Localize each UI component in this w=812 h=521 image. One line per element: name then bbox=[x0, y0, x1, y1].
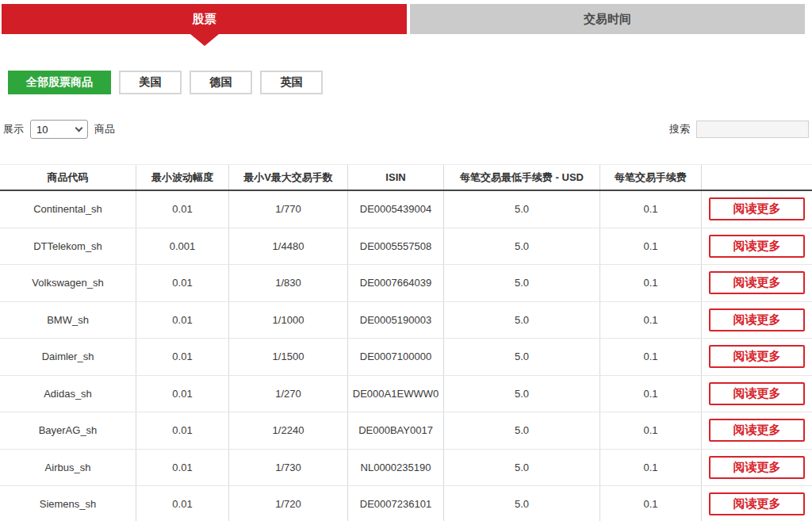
cell-fee-per-trade: 0.1 bbox=[600, 265, 702, 301]
cell-isin: DE0007100000 bbox=[348, 339, 444, 375]
cell-min-max-lots: 1/1500 bbox=[229, 339, 348, 375]
read-more-button[interactable]: 阅读更多 bbox=[709, 235, 805, 258]
entries-count-value: 10 bbox=[36, 124, 48, 136]
chevron-down-icon bbox=[75, 124, 83, 132]
cell-actions: 阅读更多 bbox=[702, 339, 812, 375]
table-row: Siemens_sh0.011/720DE00072361015.00.1阅读更… bbox=[0, 486, 812, 521]
cell-min-tick: 0.001 bbox=[136, 228, 229, 265]
cell-product-code: Continental_sh bbox=[0, 191, 136, 228]
cell-min-tick: 0.01 bbox=[136, 265, 229, 301]
header-min-fee-usd: 每笔交易最低手续费 - USD bbox=[444, 165, 600, 190]
table-body: Continental_sh0.011/770DE00054390045.00.… bbox=[0, 191, 812, 521]
cell-fee-per-trade: 0.1 bbox=[600, 486, 702, 521]
table-row: Continental_sh0.011/770DE00054390045.00.… bbox=[0, 191, 812, 228]
read-more-button[interactable]: 阅读更多 bbox=[709, 271, 805, 294]
search-label: 搜索 bbox=[669, 122, 690, 136]
table-row: Adidas_sh0.011/270DE000A1EWWW05.00.1阅读更多 bbox=[0, 376, 812, 413]
cell-fee-per-trade: 0.1 bbox=[600, 191, 702, 228]
cell-min-tick: 0.01 bbox=[136, 412, 229, 449]
cell-min-max-lots: 1/720 bbox=[229, 486, 348, 521]
cell-actions: 阅读更多 bbox=[702, 191, 812, 228]
cell-actions: 阅读更多 bbox=[702, 486, 812, 521]
table-row: Airbus_sh0.011/730NL00002351905.00.1阅读更多 bbox=[0, 450, 812, 487]
tab-stocks[interactable]: 股票 bbox=[2, 4, 407, 34]
show-entries-control: 展示 10 商品 bbox=[3, 119, 115, 140]
cell-min-max-lots: 1/830 bbox=[229, 265, 348, 301]
cell-min-fee-usd: 5.0 bbox=[444, 339, 600, 375]
cell-product-code: BayerAG_sh bbox=[0, 412, 136, 449]
cell-isin: DE000A1EWWW0 bbox=[348, 376, 444, 412]
cell-fee-per-trade: 0.1 bbox=[600, 339, 702, 375]
cell-fee-per-trade: 0.1 bbox=[600, 450, 702, 486]
cell-product-code: Adidas_sh bbox=[0, 376, 136, 412]
header-actions bbox=[702, 165, 812, 190]
stock-products-page: 股票 交易时间 全部股票商品 美国 德国 英国 展示 10 商品 搜索 商品代码… bbox=[0, 0, 812, 521]
cell-isin: DE0005439004 bbox=[348, 191, 444, 228]
cell-product-code: BMW_sh bbox=[0, 302, 136, 339]
cell-isin: DE0005190003 bbox=[348, 302, 444, 339]
header-min-max-lots: 最小V最大交易手数 bbox=[229, 165, 348, 190]
table-row: BMW_sh0.011/1000DE00051900035.00.1阅读更多 bbox=[0, 302, 812, 339]
cell-actions: 阅读更多 bbox=[702, 302, 812, 339]
read-more-button[interactable]: 阅读更多 bbox=[709, 308, 805, 331]
cell-product-code: Airbus_sh bbox=[0, 450, 136, 486]
table-header-row: 商品代码最小波动幅度最小V最大交易手数ISIN每笔交易最低手续费 - USD每笔… bbox=[0, 165, 812, 191]
search-control: 搜索 bbox=[669, 120, 809, 139]
search-input[interactable] bbox=[696, 121, 809, 138]
cell-actions: 阅读更多 bbox=[702, 376, 812, 412]
filter-germany-button[interactable]: 德国 bbox=[190, 71, 252, 94]
cell-product-code: Daimler_sh bbox=[0, 339, 136, 375]
cell-min-max-lots: 1/2240 bbox=[229, 412, 348, 449]
filter-uk-button[interactable]: 英国 bbox=[260, 71, 323, 94]
header-isin: ISIN bbox=[348, 165, 444, 190]
cell-fee-per-trade: 0.1 bbox=[600, 376, 702, 412]
cell-isin: DE000BAY0017 bbox=[348, 412, 444, 449]
cell-actions: 阅读更多 bbox=[702, 450, 812, 486]
table-row: BayerAG_sh0.011/2240DE000BAY00175.00.1阅读… bbox=[0, 412, 812, 450]
tab-trading-hours[interactable]: 交易时间 bbox=[410, 4, 805, 34]
cell-product-code: Siemens_sh bbox=[0, 486, 136, 521]
entries-count-select[interactable]: 10 bbox=[30, 120, 88, 139]
cell-min-fee-usd: 5.0 bbox=[444, 412, 600, 449]
header-min-tick: 最小波动幅度 bbox=[136, 165, 229, 190]
cell-product-code: DTTelekom_sh bbox=[0, 228, 136, 265]
read-more-button[interactable]: 阅读更多 bbox=[709, 345, 805, 368]
cell-min-fee-usd: 5.0 bbox=[444, 228, 600, 265]
show-label: 展示 bbox=[3, 122, 24, 136]
filter-usa-button[interactable]: 美国 bbox=[119, 71, 182, 94]
cell-isin: DE0007236101 bbox=[348, 486, 444, 521]
read-more-button[interactable]: 阅读更多 bbox=[709, 492, 805, 515]
cell-isin: DE0007664039 bbox=[348, 265, 444, 301]
cell-min-tick: 0.01 bbox=[136, 376, 229, 412]
filter-all-stocks-button[interactable]: 全部股票商品 bbox=[8, 71, 111, 94]
table-row: Daimler_sh0.011/1500DE00071000005.00.1阅读… bbox=[0, 339, 812, 376]
header-fee-per-trade: 每笔交易手续费 bbox=[600, 165, 702, 190]
read-more-button[interactable]: 阅读更多 bbox=[709, 456, 805, 479]
cell-product-code: Volkswagen_sh bbox=[0, 265, 136, 301]
cell-min-max-lots: 1/770 bbox=[229, 191, 348, 228]
cell-isin: DE0005557508 bbox=[348, 228, 444, 265]
cell-min-tick: 0.01 bbox=[136, 191, 229, 228]
read-more-button[interactable]: 阅读更多 bbox=[709, 419, 805, 442]
top-tab-bar: 股票 交易时间 bbox=[0, 4, 812, 34]
cell-actions: 阅读更多 bbox=[702, 228, 812, 265]
tab-stocks-label: 股票 bbox=[193, 12, 216, 27]
cell-fee-per-trade: 0.1 bbox=[600, 412, 702, 449]
items-label: 商品 bbox=[94, 122, 115, 136]
read-more-button[interactable]: 阅读更多 bbox=[709, 197, 805, 220]
market-filter-bar: 全部股票商品 美国 德国 英国 bbox=[8, 71, 331, 94]
cell-fee-per-trade: 0.1 bbox=[600, 302, 702, 339]
header-product-code: 商品代码 bbox=[0, 165, 136, 190]
cell-min-max-lots: 1/1000 bbox=[229, 302, 348, 339]
cell-min-tick: 0.01 bbox=[136, 486, 229, 521]
products-table: 商品代码最小波动幅度最小V最大交易手数ISIN每笔交易最低手续费 - USD每笔… bbox=[0, 164, 812, 521]
active-tab-arrow bbox=[190, 34, 219, 46]
read-more-button[interactable]: 阅读更多 bbox=[709, 382, 805, 405]
cell-min-tick: 0.01 bbox=[136, 339, 229, 375]
table-row: DTTelekom_sh0.0011/4480DE00055575085.00.… bbox=[0, 228, 812, 266]
cell-min-fee-usd: 5.0 bbox=[444, 302, 600, 339]
cell-min-max-lots: 1/4480 bbox=[229, 228, 348, 265]
cell-min-tick: 0.01 bbox=[136, 302, 229, 339]
cell-actions: 阅读更多 bbox=[702, 412, 812, 449]
cell-min-fee-usd: 5.0 bbox=[444, 450, 600, 486]
